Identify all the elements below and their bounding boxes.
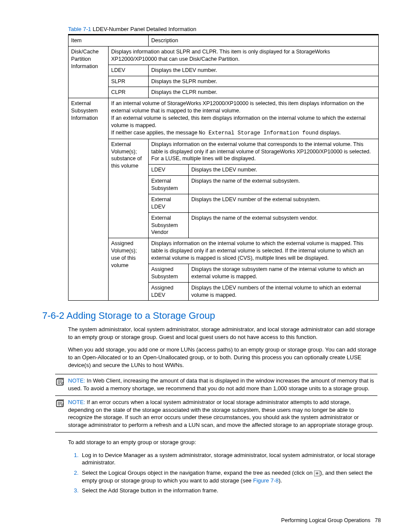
step-item: Log in to Device Manager as a system adm…: [80, 451, 382, 467]
page-footer: Performing Logical Group Operations 78: [281, 517, 381, 523]
steps-list: Log in to Device Manager as a system adm…: [68, 451, 382, 495]
desc-code: No External Storage Information found: [199, 130, 319, 136]
table-row: External Volume(s); substance of this vo…: [68, 139, 379, 165]
sub-desc-cell: Displays the CLPR number.: [149, 87, 379, 98]
note-text: NOTE: If an error occurs when a local sy…: [68, 398, 377, 429]
subsub-desc-cell: Displays the LDEV number of the external…: [189, 194, 379, 212]
sub-desc-cell: Displays the LDEV number.: [149, 65, 379, 76]
table-row: CLPR Displays the CLPR number.: [68, 87, 379, 98]
sub-item-cell: CLPR: [109, 87, 149, 98]
sub-item-cell: SLPR: [109, 76, 149, 87]
footer-text: Performing Logical Group Operations: [281, 517, 371, 523]
note-label: NOTE:: [68, 377, 85, 384]
table-row: External Subsystem Information If an int…: [68, 98, 379, 139]
table-row: LDEV Displays the LDEV number.: [68, 65, 379, 76]
desc-cell: Displays information about SLPR and CLPR…: [109, 46, 379, 65]
subsub-desc-cell: Displays the name of the external subsys…: [189, 212, 379, 238]
table-row: Assigned Volume(s); use of this volume D…: [68, 238, 379, 264]
table-row: SLPR Displays the SLPR number.: [68, 76, 379, 87]
note-block: NOTE: In Web Client, increasing the amou…: [55, 374, 377, 396]
subsub-desc-cell: Displays the name of the external subsys…: [189, 176, 379, 194]
expand-plus-icon: +: [314, 470, 320, 476]
subsub-desc-cell: Displays the storage subsystem name of t…: [189, 264, 379, 282]
note-icon: [55, 399, 68, 409]
header-description: Description: [149, 35, 379, 47]
steps-intro: To add storage to an empty group or stor…: [68, 439, 377, 446]
sub-desc-cell: Displays the SLPR number.: [149, 76, 379, 87]
sub-desc-cell: Displays information on the external vol…: [149, 139, 379, 165]
table-caption-ref: Table 7-1: [68, 26, 91, 32]
subsub-desc-cell: Displays the LDEV number.: [189, 165, 379, 176]
item-cell: Disk/Cache Partition Information: [68, 46, 109, 98]
figure-reference-link[interactable]: Figure 7-8: [253, 477, 278, 484]
table-caption: Table 7-1 LDEV-Number Panel Detailed Inf…: [68, 26, 382, 32]
subsub-item-cell: External LDEV: [149, 194, 189, 212]
table-row: Disk/Cache Partition Information Display…: [68, 46, 379, 65]
subsub-item-cell: External Subsystem: [149, 176, 189, 194]
subsub-item-cell: External Subsystem Vendor: [149, 212, 189, 238]
subsub-item-cell: Assigned Subsystem: [149, 264, 189, 282]
sub-item-cell: External Volume(s); substance of this vo…: [109, 139, 149, 238]
ldev-panel-table: Item Description Disk/Cache Partition In…: [68, 34, 379, 301]
desc-cell: If an internal volume of StorageWorks XP…: [109, 98, 379, 139]
paragraph: When you add storage, you add one or mor…: [68, 346, 377, 369]
subsub-item-cell: LDEV: [149, 165, 189, 176]
step-text: Select the Add Storage button in the inf…: [82, 487, 218, 494]
step-item: Select the Logical Groups object in the …: [80, 469, 382, 484]
step-item: Select the Add Storage button in the inf…: [80, 487, 382, 495]
desc-post: displays.: [318, 130, 341, 136]
step-text: Log in to Device Manager as a system adm…: [82, 452, 375, 466]
sub-desc-cell: Displays information on the internal vol…: [149, 238, 379, 264]
paragraph: The system administrator, local system a…: [68, 326, 377, 341]
step-text-pre: Select the Logical Groups object in the …: [82, 470, 314, 476]
note-block: NOTE: If an error occurs when a local sy…: [55, 396, 377, 432]
note-text: NOTE: In Web Client, increasing the amou…: [68, 377, 377, 392]
sub-item-cell: LDEV: [109, 65, 149, 76]
footer-page: 78: [375, 517, 381, 523]
header-item: Item: [68, 35, 149, 47]
subsub-item-cell: Assigned LDEV: [149, 282, 189, 301]
sub-item-cell: Assigned Volume(s); use of this volume: [109, 238, 149, 301]
subsub-desc-cell: Displays the LDEV numbers of the interna…: [189, 282, 379, 301]
note-icon: [55, 378, 68, 387]
table-caption-title: LDEV-Number Panel Detailed Information: [93, 26, 196, 32]
step-text-post: ).: [279, 477, 282, 484]
note-label: NOTE:: [68, 399, 85, 405]
note-body: In Web Client, increasing the amount of …: [68, 377, 374, 392]
section-heading: 7-6-2 Adding Storage to a Storage Group: [42, 310, 382, 321]
item-cell: External Subsystem Information: [68, 98, 109, 301]
note-body: If an error occurs when a local system a…: [68, 399, 374, 428]
table-header-row: Item Description: [68, 35, 379, 47]
